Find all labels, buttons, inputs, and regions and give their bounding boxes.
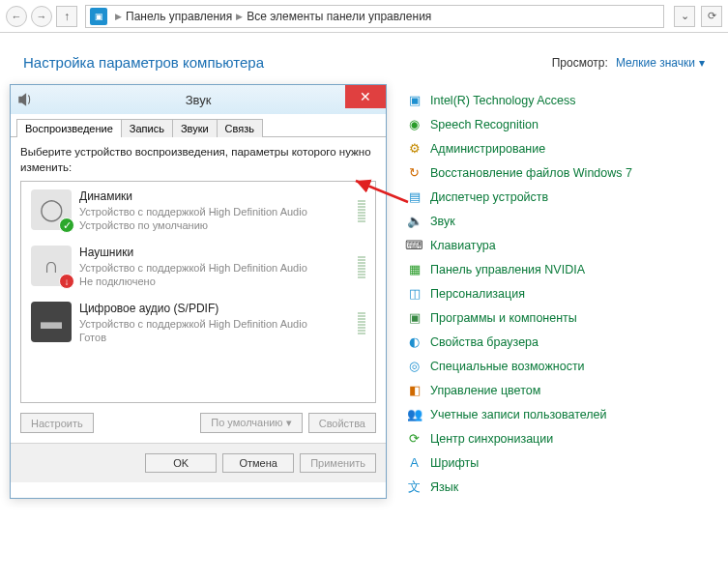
- control-panel-item[interactable]: ◉Speech Recognition: [406, 112, 632, 136]
- item-icon: ⌨: [406, 237, 422, 253]
- control-panel-item[interactable]: 🔈Звук: [406, 209, 632, 233]
- item-icon: A: [406, 454, 422, 471]
- item-icon: 🔈: [406, 213, 422, 229]
- item-icon: ⚙: [406, 140, 422, 157]
- item-label: Шрифты: [430, 456, 479, 470]
- control-panel-item[interactable]: ▣Intel(R) Technology Access: [406, 88, 632, 112]
- unplugged-badge-icon: ↓: [59, 274, 74, 289]
- refresh-button[interactable]: ⟳: [701, 6, 722, 27]
- item-icon: ◫: [406, 285, 422, 302]
- item-label: Восстановление файлов Windows 7: [430, 166, 632, 180]
- cancel-button[interactable]: Отмена: [222, 453, 294, 473]
- ok-button[interactable]: OK: [145, 453, 217, 473]
- breadcrumb-part[interactable]: Панель управления: [126, 10, 232, 23]
- close-icon: ✕: [360, 89, 371, 104]
- check-badge-icon: ✓: [59, 218, 74, 233]
- item-label: Свойства браузера: [430, 335, 539, 349]
- configure-button[interactable]: Настроить: [20, 413, 94, 433]
- level-meter-icon: [358, 302, 365, 344]
- speaker-icon: [16, 91, 34, 108]
- device-status: Устройство по умолчанию: [79, 218, 350, 232]
- item-icon: ↻: [406, 164, 422, 181]
- item-icon: 👥: [406, 406, 422, 422]
- chevron-down-icon: ▾: [286, 417, 292, 428]
- item-label: Персонализация: [430, 287, 525, 301]
- item-icon: 文: [406, 478, 422, 495]
- breadcrumb[interactable]: ▣ ▶ Панель управления ▶ Все элементы пан…: [85, 5, 664, 28]
- item-icon: ▤: [406, 188, 422, 205]
- dialog-footer: OK Отмена Применить: [11, 443, 386, 482]
- item-label: Звук: [430, 215, 455, 228]
- breadcrumb-part[interactable]: Все элементы панели управления: [247, 10, 431, 23]
- prompt-text: Выберите устройство воспроизведения, пар…: [20, 145, 376, 175]
- device-desc: Устройство с поддержкой High Definition …: [79, 261, 350, 275]
- main-content: Звук ✕ Воспроизведение Запись Звуки Связ…: [0, 84, 728, 499]
- item-icon: ◐: [406, 334, 422, 350]
- close-button[interactable]: ✕: [345, 85, 386, 108]
- apply-button[interactable]: Применить: [300, 453, 376, 473]
- control-panel-item[interactable]: ▤Диспетчер устройств: [406, 185, 632, 209]
- control-panel-item[interactable]: ↻Восстановление файлов Windows 7: [406, 160, 632, 185]
- back-button[interactable]: ←: [6, 6, 27, 27]
- item-icon: ▣: [406, 92, 422, 108]
- item-icon: ◧: [406, 382, 422, 398]
- view-label: Просмотр:: [552, 56, 608, 70]
- chevron-right-icon: ▶: [111, 12, 126, 21]
- control-panel-item[interactable]: ⚙Администрирование: [406, 136, 632, 160]
- control-panel-icon: ▣: [90, 8, 107, 25]
- item-icon: ◉: [406, 116, 422, 132]
- item-label: Центр синхронизации: [430, 432, 553, 446]
- item-label: Специальные возможности: [430, 360, 585, 373]
- level-meter-icon: [358, 189, 365, 232]
- control-panel-item[interactable]: AШрифты: [406, 450, 632, 475]
- control-panel-item[interactable]: ◐Свойства браузера: [406, 330, 632, 354]
- control-panel-item[interactable]: ◎Специальные возможности: [406, 354, 632, 378]
- item-label: Управление цветом: [430, 384, 540, 397]
- device-desc: Устройство с поддержкой High Definition …: [79, 205, 350, 218]
- control-panel-item[interactable]: ◧Управление цветом: [406, 378, 632, 402]
- item-icon: ⟳: [406, 430, 422, 447]
- device-desc: Устройство с поддержкой High Definition …: [79, 317, 350, 331]
- control-panel-item[interactable]: 👥Учетные записи пользователей: [406, 402, 632, 426]
- properties-button[interactable]: Свойства: [308, 413, 376, 433]
- level-meter-icon: [358, 246, 365, 288]
- dialog-button-row: Настроить По умолчанию ▾ Свойства: [20, 403, 376, 433]
- control-panel-item[interactable]: ⟳Центр синхронизации: [406, 426, 632, 450]
- dialog-titlebar[interactable]: Звук ✕: [11, 85, 386, 114]
- device-status: Не подключено: [79, 275, 350, 288]
- dialog-title: Звук: [186, 93, 212, 107]
- device-name: Наушники: [79, 246, 350, 261]
- tab-sounds[interactable]: Звуки: [172, 119, 218, 137]
- device-row[interactable]: ∩ ↓ Наушники Устройство с поддержкой Hig…: [21, 238, 375, 294]
- control-panel-item[interactable]: ▣Программы и компоненты: [406, 305, 632, 330]
- view-selector: Просмотр: Мелкие значки ▾: [552, 56, 705, 70]
- dropdown-button[interactable]: ⌄: [674, 6, 695, 27]
- tab-playback[interactable]: Воспроизведение: [16, 119, 122, 137]
- forward-button[interactable]: →: [31, 6, 52, 27]
- tab-communications[interactable]: Связь: [217, 119, 263, 137]
- headphones-icon: ∩ ↓: [31, 246, 72, 286]
- address-bar: ← → ↑ ▣ ▶ Панель управления ▶ Все элемен…: [0, 0, 728, 33]
- control-panel-items: ▣Intel(R) Technology Access◉Speech Recog…: [406, 84, 632, 499]
- control-panel-item[interactable]: 文Язык: [406, 475, 632, 499]
- chevron-down-icon: ▾: [699, 56, 705, 70]
- control-panel-item[interactable]: ⌨Клавиатура: [406, 233, 632, 257]
- device-row[interactable]: ▬ Цифровое аудио (S/PDIF) Устройство с п…: [21, 294, 375, 350]
- page-header: Настройка параметров компьютера Просмотр…: [0, 33, 728, 84]
- item-icon: ▦: [406, 261, 422, 277]
- control-panel-item[interactable]: ◫Персонализация: [406, 281, 632, 305]
- spdif-icon: ▬: [31, 302, 72, 342]
- item-label: Учетные записи пользователей: [430, 408, 607, 421]
- item-label: Программы и компоненты: [430, 311, 577, 325]
- device-row[interactable]: ◯ ✓ Динамики Устройство с поддержкой Hig…: [21, 182, 375, 238]
- tab-recording[interactable]: Запись: [121, 119, 173, 137]
- set-default-button[interactable]: По умолчанию ▾: [200, 413, 302, 433]
- device-list[interactable]: ◯ ✓ Динамики Устройство с поддержкой Hig…: [20, 181, 376, 403]
- item-label: Язык: [430, 480, 458, 494]
- device-status: Готов: [79, 331, 350, 344]
- up-button[interactable]: ↑: [56, 6, 77, 27]
- item-icon: ◎: [406, 358, 422, 374]
- control-panel-item[interactable]: ▦Панель управления NVIDIA: [406, 257, 632, 281]
- item-icon: ▣: [406, 309, 422, 326]
- view-dropdown[interactable]: Мелкие значки ▾: [616, 56, 705, 70]
